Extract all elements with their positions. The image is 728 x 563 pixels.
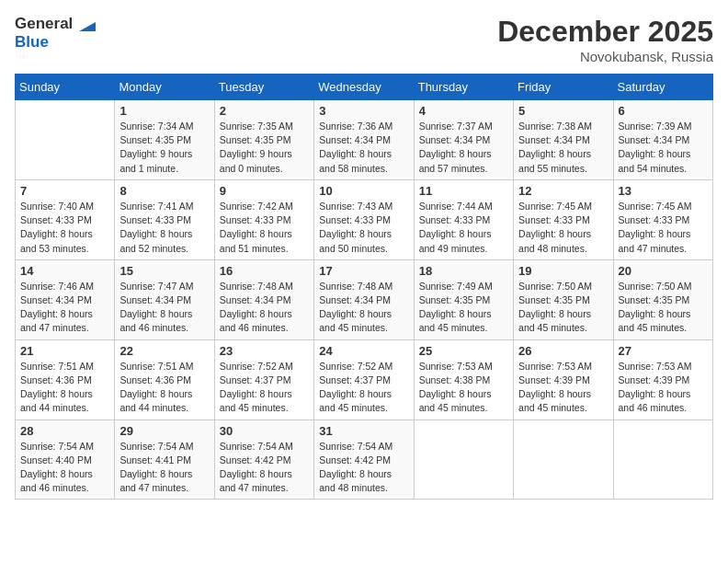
- day-cell-11: 11Sunrise: 7:44 AMSunset: 4:33 PMDayligh…: [414, 179, 513, 259]
- day-info: Sunrise: 7:48 AMSunset: 4:34 PMDaylight:…: [319, 280, 408, 336]
- day-info: Sunrise: 7:53 AMSunset: 4:39 PMDaylight:…: [619, 360, 708, 416]
- day-info: Sunrise: 7:44 AMSunset: 4:33 PMDaylight:…: [419, 200, 508, 256]
- day-info: Sunrise: 7:46 AMSunset: 4:34 PMDaylight:…: [20, 280, 109, 336]
- day-cell-23: 23Sunrise: 7:52 AMSunset: 4:37 PMDayligh…: [214, 339, 313, 419]
- day-number: 17: [319, 264, 408, 278]
- svg-marker-0: [79, 22, 96, 31]
- day-info: Sunrise: 7:52 AMSunset: 4:37 PMDaylight:…: [220, 360, 309, 416]
- day-info: Sunrise: 7:49 AMSunset: 4:35 PMDaylight:…: [419, 280, 508, 336]
- empty-cell: [414, 419, 513, 500]
- day-info: Sunrise: 7:37 AMSunset: 4:34 PMDaylight:…: [419, 120, 508, 176]
- empty-cell: [16, 100, 115, 180]
- page-header: General Blue December 2025 Novokubansk, …: [15, 15, 713, 64]
- day-number: 27: [619, 344, 708, 358]
- day-cell-18: 18Sunrise: 7:49 AMSunset: 4:35 PMDayligh…: [414, 259, 513, 339]
- day-cell-1: 1Sunrise: 7:34 AMSunset: 4:35 PMDaylight…: [115, 100, 214, 180]
- day-number: 7: [20, 184, 109, 198]
- day-number: 12: [518, 184, 608, 198]
- day-info: Sunrise: 7:54 AMSunset: 4:42 PMDaylight:…: [319, 440, 408, 496]
- day-cell-12: 12Sunrise: 7:45 AMSunset: 4:33 PMDayligh…: [514, 179, 613, 259]
- day-number: 4: [419, 104, 508, 118]
- day-info: Sunrise: 7:50 AMSunset: 4:35 PMDaylight:…: [518, 280, 608, 336]
- day-cell-28: 28Sunrise: 7:54 AMSunset: 4:40 PMDayligh…: [16, 419, 115, 500]
- day-cell-22: 22Sunrise: 7:51 AMSunset: 4:36 PMDayligh…: [115, 339, 214, 419]
- day-info: Sunrise: 7:43 AMSunset: 4:33 PMDaylight:…: [319, 200, 408, 256]
- day-number: 23: [220, 344, 309, 358]
- day-number: 31: [319, 424, 408, 438]
- day-number: 15: [119, 264, 209, 278]
- day-number: 18: [419, 264, 508, 278]
- day-number: 13: [619, 184, 708, 198]
- logo-line1: General: [15, 15, 96, 33]
- day-cell-20: 20Sunrise: 7:50 AMSunset: 4:35 PMDayligh…: [613, 259, 712, 339]
- month-title: December 2025: [497, 15, 713, 49]
- day-number: 28: [20, 424, 109, 438]
- logo: General Blue: [15, 15, 96, 51]
- day-cell-13: 13Sunrise: 7:45 AMSunset: 4:33 PMDayligh…: [613, 179, 712, 259]
- day-cell-19: 19Sunrise: 7:50 AMSunset: 4:35 PMDayligh…: [514, 259, 613, 339]
- day-number: 3: [319, 104, 408, 118]
- day-cell-31: 31Sunrise: 7:54 AMSunset: 4:42 PMDayligh…: [314, 419, 414, 500]
- day-info: Sunrise: 7:35 AMSunset: 4:35 PMDaylight:…: [220, 120, 309, 176]
- day-info: Sunrise: 7:54 AMSunset: 4:42 PMDaylight:…: [220, 440, 309, 496]
- day-number: 6: [619, 104, 708, 118]
- day-info: Sunrise: 7:51 AMSunset: 4:36 PMDaylight:…: [119, 360, 209, 416]
- day-info: Sunrise: 7:40 AMSunset: 4:33 PMDaylight:…: [20, 200, 109, 256]
- day-info: Sunrise: 7:42 AMSunset: 4:33 PMDaylight:…: [220, 200, 309, 256]
- day-number: 22: [119, 344, 209, 358]
- location: Novokubansk, Russia: [497, 49, 713, 64]
- calendar-table: SundayMondayTuesdayWednesdayThursdayFrid…: [15, 74, 713, 500]
- day-cell-30: 30Sunrise: 7:54 AMSunset: 4:42 PMDayligh…: [214, 419, 313, 500]
- logo-bird-icon: [79, 18, 96, 31]
- day-number: 2: [220, 104, 309, 118]
- weekday-header-thursday: Thursday: [414, 75, 513, 100]
- day-info: Sunrise: 7:52 AMSunset: 4:37 PMDaylight:…: [319, 360, 408, 416]
- day-cell-26: 26Sunrise: 7:53 AMSunset: 4:39 PMDayligh…: [514, 339, 613, 419]
- day-info: Sunrise: 7:47 AMSunset: 4:34 PMDaylight:…: [119, 280, 209, 336]
- day-cell-4: 4Sunrise: 7:37 AMSunset: 4:34 PMDaylight…: [414, 100, 513, 180]
- day-number: 5: [518, 104, 608, 118]
- day-number: 25: [419, 344, 508, 358]
- day-number: 26: [518, 344, 608, 358]
- empty-cell: [514, 419, 613, 500]
- day-cell-17: 17Sunrise: 7:48 AMSunset: 4:34 PMDayligh…: [314, 259, 414, 339]
- day-number: 9: [220, 184, 309, 198]
- day-info: Sunrise: 7:34 AMSunset: 4:35 PMDaylight:…: [119, 120, 209, 176]
- day-cell-8: 8Sunrise: 7:41 AMSunset: 4:33 PMDaylight…: [115, 179, 214, 259]
- day-info: Sunrise: 7:36 AMSunset: 4:34 PMDaylight:…: [319, 120, 408, 176]
- day-cell-6: 6Sunrise: 7:39 AMSunset: 4:34 PMDaylight…: [613, 100, 712, 180]
- day-info: Sunrise: 7:51 AMSunset: 4:36 PMDaylight:…: [20, 360, 109, 416]
- day-number: 11: [419, 184, 508, 198]
- day-info: Sunrise: 7:45 AMSunset: 4:33 PMDaylight:…: [518, 200, 608, 256]
- empty-cell: [613, 419, 712, 500]
- day-number: 19: [518, 264, 608, 278]
- day-cell-9: 9Sunrise: 7:42 AMSunset: 4:33 PMDaylight…: [214, 179, 313, 259]
- week-row-3: 14Sunrise: 7:46 AMSunset: 4:34 PMDayligh…: [16, 259, 713, 339]
- day-info: Sunrise: 7:53 AMSunset: 4:38 PMDaylight:…: [419, 360, 508, 416]
- day-number: 16: [220, 264, 309, 278]
- title-block: December 2025 Novokubansk, Russia: [497, 15, 713, 64]
- day-number: 10: [319, 184, 408, 198]
- week-row-4: 21Sunrise: 7:51 AMSunset: 4:36 PMDayligh…: [16, 339, 713, 419]
- weekday-header-row: SundayMondayTuesdayWednesdayThursdayFrid…: [16, 75, 713, 100]
- day-cell-15: 15Sunrise: 7:47 AMSunset: 4:34 PMDayligh…: [115, 259, 214, 339]
- day-info: Sunrise: 7:39 AMSunset: 4:34 PMDaylight:…: [619, 120, 708, 176]
- weekday-header-wednesday: Wednesday: [314, 75, 414, 100]
- week-row-2: 7Sunrise: 7:40 AMSunset: 4:33 PMDaylight…: [16, 179, 713, 259]
- day-info: Sunrise: 7:38 AMSunset: 4:34 PMDaylight:…: [518, 120, 608, 176]
- week-row-1: 1Sunrise: 7:34 AMSunset: 4:35 PMDaylight…: [16, 100, 713, 180]
- day-cell-27: 27Sunrise: 7:53 AMSunset: 4:39 PMDayligh…: [613, 339, 712, 419]
- day-number: 20: [619, 264, 708, 278]
- day-info: Sunrise: 7:53 AMSunset: 4:39 PMDaylight:…: [518, 360, 608, 416]
- day-info: Sunrise: 7:54 AMSunset: 4:41 PMDaylight:…: [119, 440, 209, 496]
- weekday-header-saturday: Saturday: [613, 75, 712, 100]
- logo-line2: Blue: [15, 33, 96, 52]
- weekday-header-tuesday: Tuesday: [214, 75, 313, 100]
- day-cell-10: 10Sunrise: 7:43 AMSunset: 4:33 PMDayligh…: [314, 179, 414, 259]
- day-number: 24: [319, 344, 408, 358]
- day-number: 29: [119, 424, 209, 438]
- day-cell-29: 29Sunrise: 7:54 AMSunset: 4:41 PMDayligh…: [115, 419, 214, 500]
- day-cell-25: 25Sunrise: 7:53 AMSunset: 4:38 PMDayligh…: [414, 339, 513, 419]
- day-cell-24: 24Sunrise: 7:52 AMSunset: 4:37 PMDayligh…: [314, 339, 414, 419]
- day-cell-21: 21Sunrise: 7:51 AMSunset: 4:36 PMDayligh…: [16, 339, 115, 419]
